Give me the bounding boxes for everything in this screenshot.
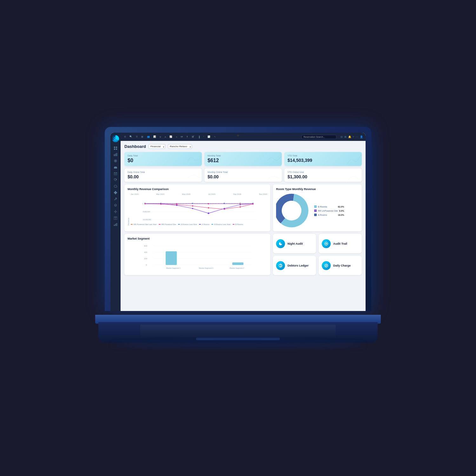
- sidebar-icon-settings[interactable]: [113, 159, 118, 163]
- night-audit-icon: [276, 239, 285, 248]
- revenue-y-label: Revenue: [128, 193, 129, 225]
- monthly-revenue-title: Monthly Revenue Comparison: [128, 188, 267, 191]
- svg-point-55: [224, 208, 225, 209]
- laptop-screen: ⊞ 🔍 ☰ ▦ 👥 📊 B A 📈 ≡ 🗺 ⬆ 🛒 ▐: [105, 127, 371, 311]
- daily-online-card: Daily Online Total $0.00: [124, 169, 202, 182]
- financial-dropdown[interactable]: Financial: [149, 144, 165, 149]
- svg-rect-8: [116, 153, 117, 156]
- svg-point-64: [252, 203, 254, 204]
- svg-rect-6: [114, 154, 115, 156]
- daily-charge-icon: [322, 261, 331, 270]
- legend-a-rooms: A Rooms 18.0%: [314, 214, 344, 216]
- laptop-keyboard: [98, 322, 378, 343]
- svg-point-62: [176, 203, 177, 204]
- stats-row-1: Daily Total $0 Monthly T: [124, 152, 362, 166]
- dashboard-area: Dashboard Financial Rancho Relaxo Daily …: [121, 141, 366, 311]
- svg-rect-24: [116, 223, 117, 226]
- audit-trail-icon: [322, 239, 331, 248]
- laptop-shadow: [111, 343, 365, 347]
- line-chart-x-labels: Jan 2020Mar 2020May 2020Jul 2020Sep 2020…: [131, 193, 267, 195]
- daily-charge-button[interactable]: Daily Charge: [319, 256, 362, 275]
- ytd-watermark: [347, 154, 362, 166]
- debtors-ledger-icon: [276, 261, 285, 270]
- svg-text:Market Segment 2: Market Segment 2: [230, 267, 244, 269]
- dashboard-header: Dashboard Financial Rancho Relaxo: [124, 144, 362, 149]
- toolbar-line-chart-icon[interactable]: 📈: [169, 135, 173, 139]
- property-dropdown[interactable]: Rancho Relaxo: [168, 144, 192, 149]
- sidebar-icon-wrench[interactable]: [113, 197, 118, 201]
- sidebar-icon-bed[interactable]: [113, 165, 118, 169]
- toolbar-view-icon[interactable]: ⊟: [340, 136, 343, 138]
- svg-rect-23: [115, 224, 116, 226]
- toolbar-map-icon[interactable]: 🗺: [180, 135, 184, 139]
- svg-rect-12: [114, 167, 117, 168]
- toolbar-bold-icon[interactable]: B: [159, 135, 162, 139]
- market-segment-chart: Market Segment 600 400: [124, 234, 270, 275]
- toolbar-grid-icon[interactable]: ⊞: [123, 135, 127, 139]
- sidebar-icon-email[interactable]: [113, 171, 118, 176]
- toolbar-user-icon[interactable]: 👤: [360, 136, 363, 138]
- toolbar-font-icon[interactable]: A: [164, 135, 167, 139]
- toolbar-quote-icon[interactable]: ": [202, 135, 205, 139]
- sidebar-icon-grid[interactable]: [113, 146, 118, 150]
- daily-total-card: Daily Total $0: [124, 152, 202, 166]
- toolbar-stats-icon[interactable]: 📊: [152, 135, 157, 139]
- toolbar-grid2-icon[interactable]: ⊞: [344, 136, 347, 138]
- sidebar-icon-tools[interactable]: [113, 190, 118, 195]
- monthly-revenue-chart: Monthly Revenue Comparison Revenue Jan 2…: [124, 184, 270, 231]
- monthly-watermark: [268, 154, 282, 166]
- donut-chart-svg: [276, 193, 311, 228]
- sidebar: [110, 133, 121, 311]
- sidebar-icon-bar-chart[interactable]: [113, 222, 118, 227]
- monthly-online-card: Monthly Online Total $0.00: [204, 169, 282, 182]
- legend-b-rooms: B Rooms 82.0%: [314, 205, 344, 208]
- room-type-revenue-chart: Room Type Monthly Revenue: [273, 184, 362, 231]
- market-segment-title: Market Segment: [128, 237, 267, 240]
- audit-trail-button[interactable]: Audit Trail: [319, 234, 362, 253]
- toolbar-chart2-icon[interactable]: 📉: [207, 135, 211, 139]
- toolbar-users-icon[interactable]: 👥: [146, 135, 151, 139]
- sidebar-icon-chart[interactable]: [113, 152, 118, 157]
- toolbar-cart-icon[interactable]: 🛒: [191, 135, 195, 139]
- svg-rect-16: [114, 192, 117, 193]
- night-audit-button[interactable]: Night Audit: [273, 234, 316, 253]
- sidebar-icon-tag[interactable]: [113, 178, 118, 182]
- svg-point-56: [240, 204, 241, 205]
- svg-point-63: [208, 203, 209, 204]
- toolbar-bar-icon[interactable]: ▐: [197, 135, 201, 139]
- svg-point-45: [240, 206, 241, 208]
- toolbar-help-icon[interactable]: ?: [353, 136, 354, 138]
- debtors-ledger-button[interactable]: Debtors Ledger: [273, 256, 316, 275]
- daily-charge-label: Daily Charge: [333, 264, 351, 267]
- toolbar-menu-icon[interactable]: ☰: [135, 135, 139, 139]
- app: ⊞ 🔍 ☰ ▦ 👥 📊 B A 📈 ≡ 🗺 ⬆ 🛒 ▐: [110, 133, 366, 311]
- svg-rect-74: [166, 251, 177, 265]
- svg-rect-4: [114, 149, 115, 150]
- svg-rect-3: [116, 147, 117, 148]
- sidebar-icon-cloud[interactable]: [113, 184, 118, 188]
- toolbar-list-icon[interactable]: ≡: [175, 135, 178, 139]
- sidebar-icon-gear[interactable]: [113, 209, 118, 214]
- svg-marker-17: [114, 204, 117, 206]
- svg-point-61: [144, 203, 146, 204]
- svg-point-42: [192, 205, 193, 207]
- svg-text:0: 0: [146, 264, 147, 266]
- camera: [237, 135, 239, 136]
- toolbar-bell-icon[interactable]: 🔔: [348, 136, 351, 138]
- sidebar-icon-table[interactable]: [113, 216, 118, 220]
- monthly-online-watermark: [268, 172, 282, 182]
- bar-chart-svg: 600 400 200 0: [128, 243, 267, 271]
- toolbar-curve-icon[interactable]: ∿: [213, 135, 217, 139]
- reservation-search[interactable]: Reservation Search...: [301, 135, 336, 139]
- legend-rr-unpowered: RR UnPowered Site 0.0%: [314, 209, 344, 212]
- toolbar-dots-icon[interactable]: ⋯: [356, 136, 358, 138]
- svg-text:600: 600: [144, 245, 148, 247]
- ytd-total-card: YTD Total $14,503,399: [284, 152, 362, 166]
- toolbar-calendar-icon[interactable]: ▦: [140, 135, 144, 139]
- toolbar-search-icon[interactable]: 🔍: [129, 135, 133, 139]
- svg-point-18: [115, 211, 116, 212]
- sidebar-icon-layers[interactable]: [113, 203, 118, 208]
- line-chart-svg: 0 -5,000,000 -10,000,000: [131, 196, 267, 221]
- monthly-total-card: Monthly Total $612: [204, 152, 282, 166]
- toolbar-upload-icon[interactable]: ⬆: [185, 135, 189, 139]
